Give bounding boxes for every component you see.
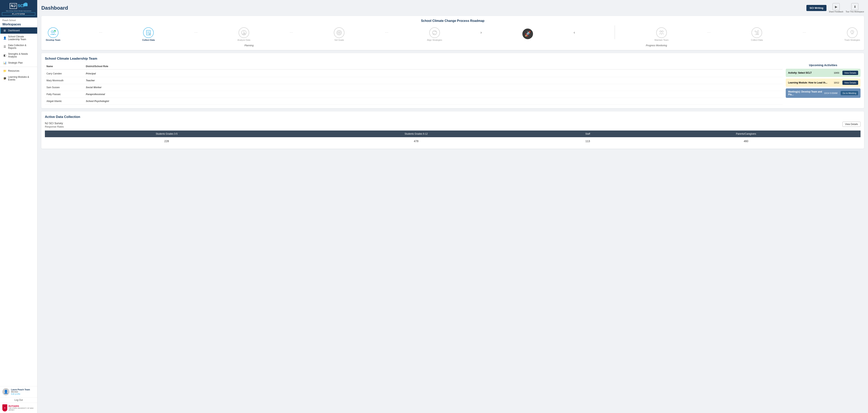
member-name: Carry Camden	[45, 71, 84, 76]
member-role: School Psychologist	[84, 99, 782, 104]
sidebar-item-label: Data Collection & Reports	[8, 44, 35, 50]
collect-data-icon: 📊	[143, 27, 154, 38]
logo-subtitle: New Jersey School Climate Improvement	[6, 10, 31, 12]
sidebar-item-resources[interactable]: 📁 Resources	[0, 68, 37, 74]
col-name-header: Name	[45, 64, 84, 68]
step-label: Develop Team	[46, 39, 60, 41]
svg-line-34	[852, 32, 853, 32]
svg-text:✓: ✓	[54, 31, 56, 32]
member-name: Mary Monmouth	[45, 78, 84, 83]
activity-label: Activity: Select SCLT	[788, 71, 832, 74]
view-details-button-1[interactable]: View Details	[842, 71, 858, 75]
roadmap-step-track-strategies[interactable]: Track Strategies	[844, 27, 860, 41]
sci-writing-button[interactable]: SCI Writing	[806, 5, 827, 11]
activity-item-meeting: Meeting(s): Develop Team and Pla... 10/1…	[786, 88, 861, 98]
go-to-meeting-button[interactable]: Go to Meeting	[841, 91, 858, 95]
step-label: Collect Data	[142, 39, 155, 41]
sidebar-item-strengths[interactable]: ◧ Strengths & Needs Analysis	[0, 51, 37, 60]
share-feedback-icon[interactable]: ▶	[833, 3, 840, 10]
roadmap-step-active[interactable]: 🚀	[520, 29, 535, 40]
response-table-data-row: 228 478 113 460	[45, 137, 861, 145]
sclt-icon: 👤	[3, 36, 6, 39]
tour-workspace-icon[interactable]: ⬇	[851, 3, 858, 10]
rutgers-logo: R RUTGERS THE STATE UNIVERSITY OF NEW JE…	[0, 403, 37, 413]
svg-rect-29	[756, 31, 757, 34]
activity-item-select-sclt: Activity: Select SCLT 10/03 View Details	[786, 69, 861, 77]
val-staff: 113	[544, 137, 631, 145]
member-name: Patty Passaic	[45, 92, 84, 96]
track-strategies-icon	[847, 27, 858, 38]
dots-4: ···	[384, 31, 390, 34]
logo-area: NJ SCI New Jersey School Climate Improve…	[0, 0, 37, 18]
sidebar: NJ SCI New Jersey School Climate Improve…	[0, 0, 37, 413]
roadmap-step-set-goals[interactable]: Set Goals	[331, 27, 347, 41]
response-rate-table: Students Grades 3-5 Students Grades 6-12…	[45, 130, 861, 145]
analyze-data-icon	[239, 27, 249, 38]
data-collection-card: Active Data Collection View Details NJ S…	[41, 111, 864, 149]
logo-platform: PLATFORM	[2, 12, 35, 16]
sidebar-item-label: Resources	[8, 69, 19, 72]
svg-rect-20	[245, 33, 245, 35]
sidebar-item-sclt[interactable]: 👤 School Climate Leadership Team	[0, 34, 37, 42]
header-actions: SCI Writing ▶ Share Feedback ⬇ Tour This…	[806, 3, 864, 13]
sidebar-item-data[interactable]: ☰ Data Collection & Reports	[0, 42, 37, 51]
activity-label: Meeting(s): Develop Team and Pla...	[788, 90, 822, 96]
edit-profile-link[interactable]: Edit profile	[11, 393, 30, 395]
sclt-activities: Upcoming Activities Activity: Select SCL…	[786, 63, 861, 105]
activities-title: Upcoming Activities	[786, 63, 861, 67]
roadmap-title: School Climate Change Process Roadmap	[45, 19, 860, 23]
svg-point-25	[432, 31, 437, 35]
roadmap-step-collect-data[interactable]: 📊 Collect Data	[141, 27, 156, 41]
svg-rect-30	[757, 30, 758, 34]
maintain-team-icon	[656, 27, 667, 38]
develop-team-icon: ✓	[48, 27, 58, 38]
roadmap-step-align-strategies[interactable]: Align Strategies	[427, 27, 442, 41]
col-students-3-5: Students Grades 3-5	[45, 130, 288, 137]
sidebar-item-learning[interactable]: 🎓 Learning Modules & Events	[0, 74, 37, 83]
svg-rect-19	[244, 33, 244, 35]
share-feedback-group[interactable]: ▶ Share Feedback	[829, 3, 843, 13]
member-role: Social Worker	[84, 85, 782, 90]
dots-6: ···	[802, 31, 807, 34]
user-name: Laura Peach Team	[11, 388, 30, 391]
school-name: Peach School	[0, 18, 37, 22]
main-content: Dashboard SCI Writing ▶ Share Feedback ⬇…	[37, 0, 868, 413]
survey-name: NJ SCI Survey	[45, 122, 861, 125]
planning-label: Planning	[45, 44, 453, 47]
survey-subtitle: Response Rates	[45, 125, 861, 128]
val-students-6-12: 478	[288, 137, 544, 145]
svg-rect-18	[243, 33, 243, 35]
sidebar-item-label: School Climate Leadership Team	[8, 35, 35, 41]
learning-icon: 🎓	[3, 77, 6, 80]
sidebar-item-label: Learning Modules & Events	[8, 76, 35, 81]
svg-point-27	[662, 31, 663, 32]
member-role: Teacher	[84, 78, 782, 83]
member-role: Principal	[84, 71, 782, 76]
dots-1: ···	[98, 31, 103, 34]
logo-nj-sci: NJ SCI	[10, 2, 28, 10]
logout-button[interactable]: Log Out	[0, 397, 37, 403]
roadmap-section-divider	[615, 25, 615, 39]
sidebar-divider-1	[0, 67, 37, 67]
view-details-main-button[interactable]: View Details	[842, 122, 861, 127]
tour-workspace-group[interactable]: ⬇ Tour This Workspace	[845, 3, 864, 13]
rutgers-text: RUTGERS THE STATE UNIVERSITY OF NEW JERS…	[8, 405, 35, 411]
sidebar-item-label: Strengths & Needs Analysis	[8, 53, 35, 58]
roadmap-steps: ✓ Develop Team ··· 📊 Coll	[45, 25, 860, 43]
data-collection-title: Active Data Collection	[45, 115, 861, 119]
table-row: Abigail Atlantic School Psychologist	[45, 98, 782, 105]
tour-workspace-label: Tour This Workspace	[845, 11, 864, 13]
dashboard-icon: ⊞	[3, 29, 6, 32]
progress-label: Progress Monitoring	[453, 44, 860, 47]
sidebar-item-strategic[interactable]: 📊 Strategic Plan	[0, 60, 37, 66]
roadmap-step-analyze-data[interactable]: Analyze Data	[236, 27, 252, 41]
roadmap-step-develop-team[interactable]: ✓ Develop Team	[45, 27, 61, 41]
roadmap-step-collect-data-2[interactable]: Collect Data	[749, 27, 765, 41]
svg-point-5	[51, 31, 53, 33]
roadmap-step-maintain-team[interactable]: Maintain Team	[654, 27, 670, 41]
sidebar-item-dashboard[interactable]: ⊞ Dashboard	[0, 27, 37, 34]
resources-icon: 📁	[3, 69, 6, 72]
member-role: Paraprofessional	[84, 92, 782, 96]
view-details-button-2[interactable]: View Details	[842, 81, 858, 85]
dots-2: ···	[194, 31, 199, 34]
